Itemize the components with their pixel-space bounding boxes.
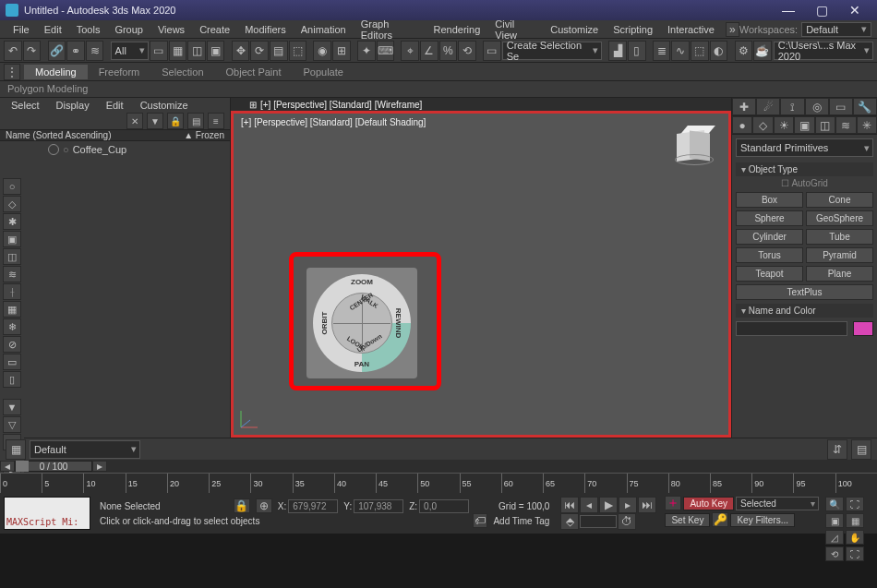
filter-bones-icon[interactable]: ⟊	[3, 283, 21, 300]
menu-scripting[interactable]: Scripting	[606, 22, 660, 37]
lights-subtab-icon[interactable]: ☀	[774, 116, 794, 134]
ribbon-tab-populate[interactable]: Populate	[292, 65, 354, 79]
maximize-vp-icon[interactable]: ⛶	[846, 546, 864, 561]
menu-tools[interactable]: Tools	[69, 22, 108, 37]
visibility-eye-icon[interactable]	[48, 144, 59, 155]
scene-opts-icon[interactable]: ⇵	[827, 439, 847, 460]
zoom-icon[interactable]: 🔍	[825, 497, 844, 511]
unlink-button[interactable]: ⚭	[66, 41, 85, 61]
window-crossing-button[interactable]: ▣	[207, 41, 225, 61]
filter-xrefs-icon[interactable]: ▯	[3, 371, 21, 388]
schematic-button[interactable]: ⬚	[691, 41, 709, 61]
geosphere-button[interactable]: GeoSphere	[806, 210, 873, 226]
autokey-button[interactable]: Auto Key	[683, 497, 734, 510]
placement-button[interactable]: ⬚	[289, 41, 307, 61]
scene-menu-display[interactable]: Display	[49, 98, 97, 113]
textplus-button[interactable]: TextPlus	[736, 284, 873, 300]
menu-views[interactable]: Views	[150, 22, 192, 37]
display-tab-icon[interactable]: ▭	[829, 98, 853, 115]
menu-interactive[interactable]: Interactive	[660, 22, 722, 37]
set-key-big-button[interactable]: ＋	[665, 496, 681, 510]
add-time-tag[interactable]: Add Time Tag	[493, 516, 549, 526]
filter-spacewarps-icon[interactable]: ≋	[3, 266, 21, 282]
create-tab-icon[interactable]: ✚	[732, 98, 756, 115]
project-path-dropdown[interactable]: C:\Users\...s Max 2020	[774, 42, 873, 60]
scene-config-icon[interactable]: ▤	[851, 439, 871, 460]
filter-groups-icon[interactable]: ▭	[3, 354, 21, 370]
pyramid-button[interactable]: Pyramid	[806, 247, 873, 263]
primitive-category-dropdown[interactable]: Standard Primitives	[736, 138, 873, 157]
menu-customize[interactable]: Customize	[543, 22, 606, 37]
keymode-button[interactable]: ⌨	[377, 41, 395, 61]
ribbon-tab-objectpaint[interactable]: Object Paint	[215, 65, 293, 79]
minimize-button[interactable]: —	[772, 0, 805, 20]
select-button[interactable]: ▭	[150, 41, 168, 61]
filter-menu-icon[interactable]: ≡	[208, 113, 224, 129]
workspace-dropdown[interactable]: Default	[801, 22, 871, 37]
cameras-subtab-icon[interactable]: ▣	[794, 116, 814, 134]
close-button[interactable]: ✕	[838, 0, 871, 20]
material-editor-button[interactable]: ◐	[710, 41, 728, 61]
ribbon-panel-label[interactable]: Polygon Modeling	[7, 83, 88, 94]
select-region-button[interactable]: ◫	[187, 41, 206, 61]
scene-menu-edit[interactable]: Edit	[99, 98, 131, 113]
zoom-all-icon[interactable]: ⛶	[846, 497, 864, 511]
x-coord-field[interactable]: 679,972	[288, 499, 338, 513]
selection-filter-dropdown[interactable]: All	[111, 42, 149, 60]
align-button[interactable]: ▯	[628, 41, 646, 61]
ribbon-handle-icon[interactable]: ⋮	[4, 64, 20, 80]
play-button[interactable]: ▶	[599, 497, 618, 513]
torus-button[interactable]: Torus	[736, 247, 803, 263]
filter-lock-icon[interactable]: 🔒	[167, 113, 184, 129]
ribbon-tab-freeform[interactable]: Freeform	[88, 65, 151, 79]
curve-editor-button[interactable]: ∿	[671, 41, 690, 61]
link-button[interactable]: 🔗	[48, 41, 66, 61]
bind-spacewarp-button[interactable]: ≋	[86, 41, 104, 61]
filter-hidden-icon[interactable]: ⊘	[3, 336, 21, 353]
refcoord-button[interactable]: ◉	[313, 41, 331, 61]
timetag-icon[interactable]: 🏷	[473, 513, 487, 528]
filter-frozen-icon[interactable]: ❄	[3, 318, 21, 335]
rotate-button[interactable]: ⟳	[250, 41, 269, 61]
utilities-tab-icon[interactable]: 🔧	[853, 98, 877, 115]
filter-cameras-icon[interactable]: ▣	[3, 231, 21, 247]
scale-button[interactable]: ▤	[270, 41, 288, 61]
plane-button[interactable]: Plane	[806, 266, 873, 282]
scene-list-header[interactable]: Name (Sorted Ascending) ▲ Frozen	[0, 129, 230, 141]
z-coord-field[interactable]: 0,0	[419, 499, 469, 513]
vp-layout-icon[interactable]: ▦	[6, 439, 26, 460]
absolute-mode-icon[interactable]: ⊕	[256, 498, 272, 513]
filter-cross-icon[interactable]: ✕	[126, 113, 143, 129]
systems-subtab-icon[interactable]: ✳	[857, 116, 877, 134]
select-name-button[interactable]: ▦	[169, 41, 187, 61]
time-config-icon[interactable]: ⏱	[618, 513, 636, 530]
viewcube[interactable]	[673, 123, 715, 165]
snap-toggle-button[interactable]: ⌖	[401, 41, 419, 61]
filter-containers-icon[interactable]: ▦	[3, 301, 21, 318]
menu-grapheditors[interactable]: Graph Editors	[354, 17, 426, 42]
object-type-rollout-title[interactable]: Object Type	[736, 162, 873, 176]
goto-start-button[interactable]: ⏮	[560, 497, 579, 513]
move-button[interactable]: ✥	[232, 41, 250, 61]
mirror-button[interactable]: ▟	[608, 41, 627, 61]
render-button[interactable]: ☕	[753, 41, 772, 61]
menu-edit[interactable]: Edit	[37, 22, 69, 37]
time-next-button[interactable]: ▸	[92, 461, 107, 472]
scene-tree-item[interactable]: ○ Coffee_Cup	[30, 143, 224, 156]
scene-tree[interactable]: ○ Coffee_Cup	[24, 141, 230, 478]
filter-funnel-icon[interactable]: ▼	[147, 113, 163, 129]
filter-none-icon[interactable]: ▽	[3, 416, 21, 433]
keyfilter-dropdown[interactable]: Selected	[736, 497, 819, 510]
menu-civilview[interactable]: Civil View	[487, 17, 543, 42]
manipulate-button[interactable]: ✦	[357, 41, 376, 61]
undo-button[interactable]: ↶	[4, 41, 22, 61]
sphere-button[interactable]: Sphere	[736, 210, 803, 226]
prev-frame-button[interactable]: ◂	[580, 497, 598, 513]
filter-display-icon[interactable]: ▤	[187, 113, 204, 129]
viewport-label[interactable]: [+] [Perspective] [Standard] [Default Sh…	[241, 117, 426, 127]
filter-geometry-icon[interactable]: ○	[3, 178, 21, 195]
helpers-subtab-icon[interactable]: ◫	[815, 116, 835, 134]
cylinder-button[interactable]: Cylinder	[736, 229, 803, 245]
menubar-arrow-icon[interactable]: »	[726, 22, 739, 37]
scene-set-dropdown[interactable]: Default	[30, 440, 140, 459]
